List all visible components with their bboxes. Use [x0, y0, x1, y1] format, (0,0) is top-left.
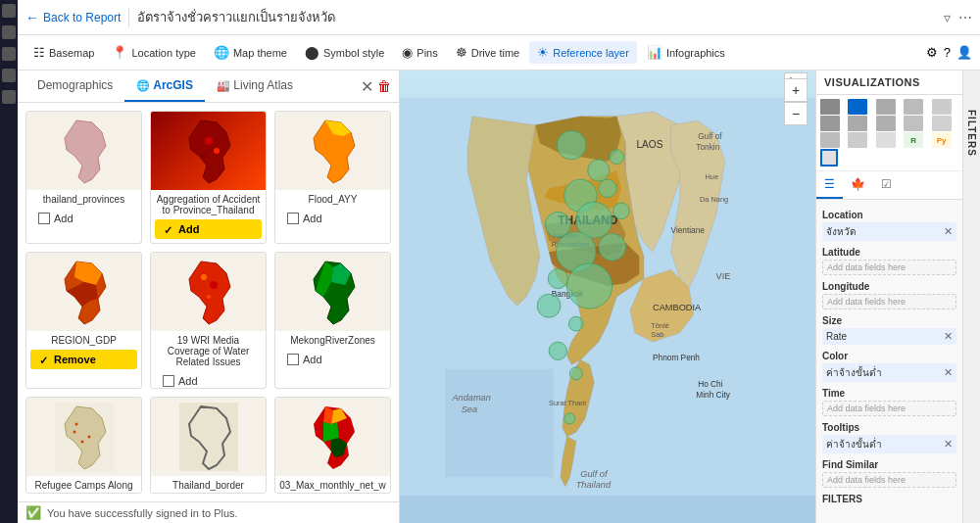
layer-card-flood[interactable]: Flood_AYY Add — [274, 111, 391, 244]
nav-icon-4[interactable] — [2, 69, 16, 82]
color-field-value[interactable]: ค่าจ้างขั้นต่ำ ✕ — [822, 363, 956, 382]
layer-thumbnail-7 — [26, 398, 141, 476]
basemap-btn[interactable]: ☷ Basemap — [25, 41, 102, 64]
size-value-text: Rate — [826, 331, 847, 342]
symbol-style-btn[interactable]: ⬤ Symbol style — [297, 41, 392, 64]
viz-icon-1[interactable] — [820, 99, 840, 115]
viz-icon-16[interactable] — [820, 149, 838, 166]
nav-icon-3[interactable] — [2, 47, 16, 61]
settings-icon[interactable]: ⚙ — [926, 45, 938, 60]
svg-text:Sea: Sea — [462, 404, 477, 414]
svg-text:Phnom Penh: Phnom Penh — [653, 353, 700, 362]
svg-point-2 — [201, 153, 207, 159]
panel-delete-icon[interactable]: 🗑 — [377, 78, 391, 94]
viz-icon-10[interactable] — [932, 116, 952, 131]
nav-icon-5[interactable] — [2, 90, 16, 104]
layer-card-mekong[interactable]: MekongRiverZones Add — [274, 252, 391, 389]
location-field-value[interactable]: จังหวัด ✕ — [822, 222, 956, 241]
panel-close-icon[interactable]: ✕ — [361, 77, 373, 96]
filters-label: FILTERS — [966, 110, 977, 157]
checkbox-5 — [163, 375, 174, 387]
layer-add-label-3: Add — [303, 213, 322, 224]
viz-icon-9[interactable] — [904, 116, 923, 131]
viz-tab-fields[interactable]: ☰ — [816, 171, 843, 199]
viz-icon-7[interactable] — [848, 116, 867, 131]
svg-text:CAMBODIA: CAMBODIA — [653, 303, 702, 312]
tab-living-atlas[interactable]: 🏭 Living Atlas — [205, 71, 305, 102]
layer-add-btn-5[interactable]: Add — [155, 371, 262, 389]
layer-card-thailand-border[interactable]: Thailand_border — [150, 397, 267, 494]
pins-btn[interactable]: ◉ Pins — [394, 41, 445, 64]
layer-add-btn-1[interactable]: Add — [30, 209, 137, 228]
layer-card-03max[interactable]: 03_Max_monthly_net_w — [274, 397, 391, 494]
help-icon[interactable]: ? — [944, 45, 951, 60]
tab-arcgis[interactable]: 🌐 ArcGIS — [124, 71, 205, 102]
symbol-style-label: Symbol style — [323, 47, 384, 59]
svg-point-49 — [537, 294, 561, 317]
viz-icon-8[interactable] — [876, 116, 896, 131]
user-icon[interactable]: 👤 — [956, 45, 972, 60]
viz-icon-4[interactable] — [904, 99, 923, 115]
map-theme-btn[interactable]: 🌐 Map theme — [206, 41, 295, 64]
layer-card-region-gdp[interactable]: REGION_GDP ✓ Remove — [25, 252, 142, 389]
infographics-btn[interactable]: 📊 Infographics — [639, 41, 733, 64]
viz-icon-3[interactable] — [876, 99, 896, 115]
back-button[interactable]: ← Back to Report — [25, 10, 121, 25]
tooltips-field-value[interactable]: ค่าจ้างขั้นต่ำ ✕ — [822, 435, 956, 453]
svg-rect-11 — [179, 403, 238, 471]
viz-icon-12[interactable] — [848, 132, 867, 148]
filter-icon[interactable]: ▿ — [944, 10, 951, 25]
basemap-label: Basemap — [49, 47, 94, 59]
tab-demographics[interactable]: Demographics — [25, 71, 124, 102]
tooltips-clear-btn[interactable]: ✕ — [944, 438, 953, 451]
map-zoom-in-btn[interactable]: + — [784, 78, 808, 102]
viz-icon-13[interactable] — [876, 132, 896, 148]
layer-title-4: REGION_GDP — [26, 331, 141, 348]
viz-panel: VISUALIZATIONS R P — [815, 71, 962, 523]
viz-tab-analytics[interactable]: ☑ — [873, 171, 900, 199]
size-field-label: Size — [822, 315, 956, 326]
viz-icon-2[interactable] — [848, 99, 867, 115]
layer-card-aggregation[interactable]: Aggregation of Accident to Province_Thai… — [150, 111, 267, 244]
top-icons: ▿ ⋯ — [944, 10, 972, 25]
color-clear-btn[interactable]: ✕ — [944, 366, 953, 379]
viz-icons-grid: R Py — [816, 95, 962, 171]
panel-tabs: Demographics 🌐 ArcGIS 🏭 Living Atlas ✕ 🗑 — [18, 71, 399, 103]
location-type-btn[interactable]: 📍 Location type — [104, 41, 203, 64]
svg-point-42 — [545, 212, 570, 237]
map-zoom-out-btn[interactable]: − — [784, 102, 808, 125]
svg-point-52 — [569, 367, 582, 380]
layer-title-1: thailand_provinces — [26, 190, 141, 207]
layer-card-refugee[interactable]: Refugee Camps Along — [25, 397, 142, 494]
layer-card-thailand-provinces[interactable]: thailand_provinces Add — [25, 111, 142, 244]
viz-icon-11[interactable] — [820, 132, 840, 148]
layer-add-btn-3[interactable]: Add — [279, 209, 386, 228]
location-value-text: จังหวัด — [826, 224, 857, 239]
viz-icon-5[interactable] — [932, 99, 952, 115]
viz-tab-format[interactable]: 🍁 — [843, 171, 873, 199]
more-icon[interactable]: ⋯ — [958, 10, 972, 25]
viz-icon-py[interactable]: Py — [932, 132, 952, 148]
viz-icon-r[interactable]: R — [904, 132, 923, 148]
size-clear-btn[interactable]: ✕ — [944, 330, 953, 343]
drive-time-btn[interactable]: ☸ Drive time — [448, 41, 528, 64]
tooltips-field-label: Tooltips — [822, 422, 956, 433]
svg-point-50 — [568, 316, 583, 331]
viz-icon-6[interactable] — [820, 116, 840, 131]
svg-text:Vientiane: Vientiane — [671, 225, 706, 235]
right-panels: VISUALIZATIONS R P — [815, 71, 980, 523]
size-field-value[interactable]: Rate ✕ — [822, 328, 956, 345]
svg-point-53 — [564, 413, 575, 424]
layer-card-wri[interactable]: 19 WRI Media Coverage of Water Related I… — [150, 252, 267, 389]
nav-icon-1[interactable] — [2, 4, 16, 18]
viz-section-tabs: ☰ 🍁 ☑ — [816, 171, 962, 200]
layer-add-btn-6[interactable]: Add — [279, 350, 386, 369]
location-clear-btn[interactable]: ✕ — [944, 225, 953, 238]
nav-icon-2[interactable] — [2, 25, 16, 39]
reference-btn[interactable]: ☀ Reference layer — [529, 41, 637, 64]
svg-point-0 — [205, 137, 213, 145]
layer-remove-btn-4[interactable]: ✓ Remove — [30, 350, 137, 369]
map-container[interactable]: LAOS Gulf of Tonkin Vientiane THAILAND N… — [400, 71, 815, 523]
latitude-placeholder: Add data fields here — [822, 260, 956, 275]
layer-add-btn-2[interactable]: ✓ Add — [155, 219, 262, 239]
